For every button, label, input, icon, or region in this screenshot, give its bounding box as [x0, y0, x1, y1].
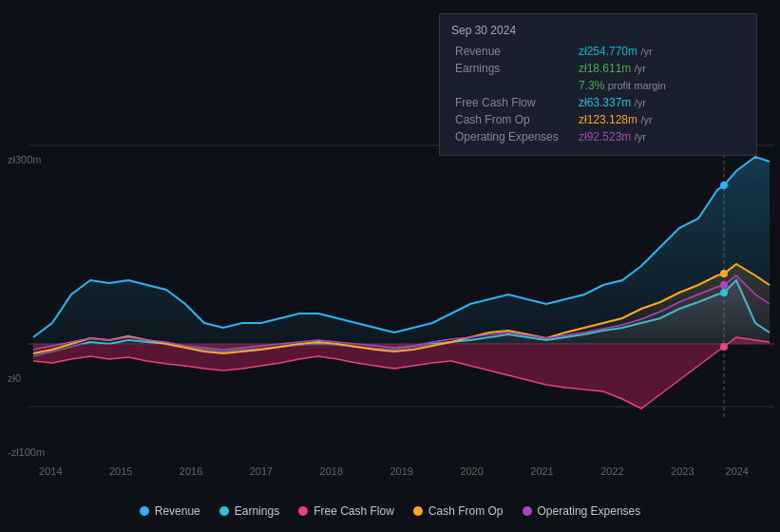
y-label-neg100m: -zł100m — [8, 446, 45, 458]
tooltip-row-revenue: Revenue zł254.770m /yr — [451, 43, 745, 60]
chart-container: zł300m zł0 -zł100m 2014 2015 2016 2017 2… — [0, 0, 780, 532]
tooltip-value-margin: 7.3% profit margin — [575, 77, 745, 94]
legend-label-revenue: Revenue — [155, 504, 200, 518]
svg-point-5 — [720, 289, 728, 296]
y-label-0: zł0 — [8, 372, 21, 384]
tooltip-table: Revenue zł254.770m /yr Earnings zł18.611… — [451, 43, 745, 145]
tooltip-value-cashfromop: zł123.128m /yr — [575, 111, 745, 128]
tooltip-value-earnings: zł18.611m /yr — [575, 60, 745, 77]
legend-label-earnings: Earnings — [235, 504, 279, 518]
legend-dot-fcf — [298, 506, 308, 516]
tooltip-label-revenue: Revenue — [451, 43, 575, 60]
tooltip-row-fcf: Free Cash Flow zł63.337m /yr — [451, 94, 745, 111]
legend-dot-opex — [523, 506, 532, 516]
svg-point-7 — [720, 270, 728, 277]
x-label-2024: 2024 — [726, 466, 749, 477]
y-label-300m: zł300m — [8, 154, 41, 165]
svg-point-4 — [720, 181, 728, 189]
legend-dot-cashfromop — [413, 506, 423, 516]
x-label-2014: 2014 — [39, 466, 62, 477]
legend-label-cashfromop: Cash From Op — [428, 504, 504, 518]
legend-item-fcf[interactable]: Free Cash Flow — [298, 504, 394, 518]
tooltip-label-opex: Operating Expenses — [451, 128, 575, 145]
tooltip-label-cashfromop: Cash From Op — [451, 111, 575, 128]
legend-label-fcf: Free Cash Flow — [314, 504, 394, 518]
x-label-2022: 2022 — [600, 466, 623, 477]
tooltip-title: Sep 30 2024 — [451, 24, 745, 37]
tooltip-row-margin: 7.3% profit margin — [451, 77, 745, 94]
tooltip-label-earnings: Earnings — [451, 60, 575, 77]
tooltip-box: Sep 30 2024 Revenue zł254.770m /yr Earni… — [439, 13, 757, 156]
legend-label-opex: Operating Expenses — [538, 504, 641, 518]
svg-point-6 — [720, 343, 728, 351]
x-label-2017: 2017 — [250, 466, 273, 477]
tooltip-label-fcf: Free Cash Flow — [451, 94, 575, 111]
tooltip-value-opex: zł92.523m /yr — [575, 128, 745, 145]
tooltip-value-fcf: zł63.337m /yr — [575, 94, 745, 111]
svg-point-8 — [720, 281, 728, 289]
x-label-2019: 2019 — [390, 466, 413, 477]
x-label-2016: 2016 — [180, 466, 202, 477]
legend-item-cashfromop[interactable]: Cash From Op — [413, 504, 504, 518]
tooltip-row-cashfromop: Cash From Op zł123.128m /yr — [451, 111, 745, 128]
legend-item-earnings[interactable]: Earnings — [219, 504, 279, 518]
x-label-2023: 2023 — [671, 466, 694, 477]
legend-dot-earnings — [219, 506, 229, 516]
x-label-2020: 2020 — [460, 466, 483, 477]
tooltip-row-opex: Operating Expenses zł92.523m /yr — [451, 128, 745, 145]
tooltip-row-earnings: Earnings zł18.611m /yr — [451, 60, 745, 77]
tooltip-label-margin — [451, 77, 575, 94]
legend-item-opex[interactable]: Operating Expenses — [523, 504, 641, 518]
chart-legend: Revenue Earnings Free Cash Flow Cash Fro… — [0, 504, 780, 518]
tooltip-value-revenue: zł254.770m /yr — [575, 43, 745, 60]
legend-item-revenue[interactable]: Revenue — [140, 504, 200, 518]
x-label-2021: 2021 — [530, 466, 553, 477]
x-label-2018: 2018 — [320, 466, 343, 477]
legend-dot-revenue — [140, 506, 149, 516]
x-label-2015: 2015 — [109, 466, 132, 477]
